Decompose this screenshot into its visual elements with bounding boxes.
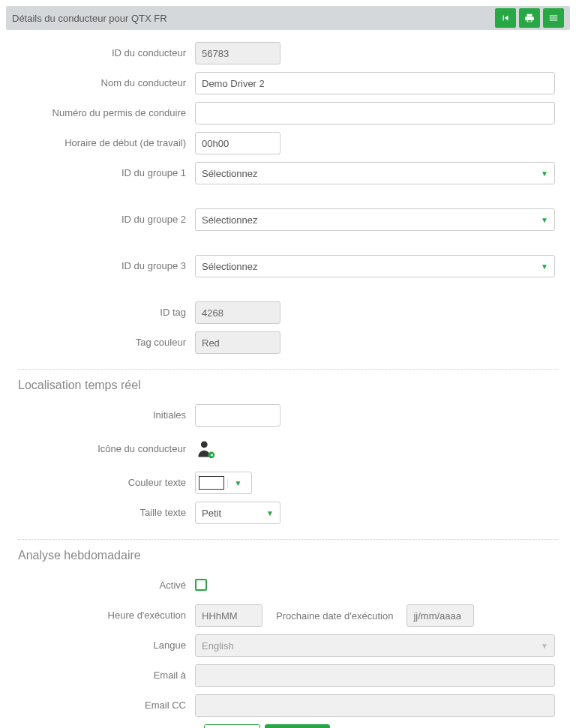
group3-select[interactable]: Sélectionnez▼ [195,255,555,277]
label-tag-color: Tag couleur [18,337,195,349]
label-email-cc: Email CC [18,700,195,712]
label-text-size: Taille texte [18,507,195,520]
driver-id-field: 56783 [195,42,280,64]
page-header: Détails du conducteur pour QTX FR [6,6,570,30]
skip-back-icon [500,13,511,23]
email-cc-input[interactable] [195,694,555,717]
chevron-down-icon: ▼ [227,479,248,487]
chevron-down-icon: ▼ [541,216,548,224]
id-tag-field: 4268 [195,301,280,324]
chevron-down-icon: ▼ [266,509,274,517]
initials-input[interactable] [195,404,280,427]
label-driver-id: ID du conducteur [18,47,195,60]
color-swatch [199,476,224,490]
section-realtime-title: Localisation temps réel [18,379,558,392]
label-next-exec: Prochaine date d'exécution [276,610,393,622]
label-id-tag: ID tag [18,307,195,319]
section-weekly-title: Analyse hebdomadaire [18,549,558,562]
update-button[interactable]: Actualiser [265,724,330,728]
person-icon [195,439,216,460]
label-group1: ID du groupe 1 [18,162,195,180]
menu-button[interactable] [543,8,564,28]
group2-select[interactable]: Sélectionnez▼ [195,208,555,231]
next-exec-input[interactable] [406,604,474,627]
label-text-color: Couleur texte [18,477,195,490]
text-color-picker[interactable]: ▼ [195,472,252,494]
language-select[interactable]: English▼ [195,634,555,657]
cancel-button[interactable]: Annuler [204,724,260,728]
text-size-select[interactable]: Petit▼ [195,502,280,524]
chevron-down-icon: ▼ [541,642,548,650]
label-initials: Initiales [18,409,195,422]
driver-icon-picker[interactable] [195,439,558,460]
print-icon [524,13,535,23]
license-input[interactable] [195,102,555,124]
back-button[interactable] [495,8,516,28]
label-driver-icon: Icône du conducteur [18,443,195,456]
label-group2: ID du groupe 2 [18,208,195,226]
email-to-input[interactable] [195,664,555,687]
group1-select[interactable]: Sélectionnez▼ [195,162,555,184]
label-exec-time: Heure d'exécution [18,610,195,622]
exec-time-input[interactable] [195,604,262,627]
driver-name-input[interactable] [195,72,555,94]
start-time-input[interactable] [195,132,280,154]
tag-color-field: Red [195,331,280,354]
enabled-checkbox[interactable] [195,579,207,591]
label-enabled: Activé [18,580,195,592]
label-email-to: Email à [18,670,195,682]
label-language: Langue [18,640,195,652]
page-title: Détails du conducteur pour QTX FR [12,13,492,24]
svg-point-0 [201,442,208,448]
chevron-down-icon: ▼ [541,262,548,271]
menu-icon [548,13,559,23]
label-group3: ID du groupe 3 [18,255,195,273]
label-driver-name: Nom du conducteur [18,77,195,90]
print-button[interactable] [519,8,540,28]
label-start-time: Horaire de début (de travail) [18,137,195,150]
label-license: Numéro du permis de conduire [18,107,195,120]
chevron-down-icon: ▼ [541,169,548,178]
